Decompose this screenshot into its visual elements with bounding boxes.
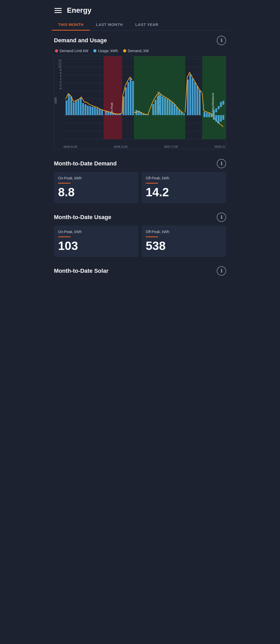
legend-demand-limit: Demand Limit kW <box>55 49 88 53</box>
demand-on-peak-bar <box>58 183 71 184</box>
svg-rect-72 <box>189 74 191 115</box>
header: Energy <box>49 0 231 19</box>
demand-usage-info-button[interactable]: ℹ <box>217 36 226 45</box>
usage-on-peak-card: On-Peak, kWh 103 <box>54 226 138 257</box>
svg-rect-70 <box>183 113 185 115</box>
svg-rect-65 <box>171 102 173 115</box>
legend-label-demand-limit: Demand Limit kW <box>60 49 88 53</box>
legend-dot-usage <box>93 49 96 52</box>
tab-this-month[interactable]: THIS MONTH <box>52 19 90 30</box>
mtd-solar-header: Month-to-Date Solar ℹ <box>54 266 226 276</box>
demand-off-peak-value: 14.2 <box>146 186 222 198</box>
usage-on-peak-label: On-Peak, kWh <box>58 230 134 234</box>
y-tick-12: 12 <box>55 62 61 65</box>
x-tick-2: 05/06 21:00 <box>114 145 128 148</box>
y-tick-neg2: -2 <box>55 84 61 87</box>
x-tick-3: 05/07 17:00 <box>164 145 178 148</box>
mtd-usage-title: Month-to-Date Usage <box>54 214 111 221</box>
x-axis: 05/06 01:00 05/06 21:00 05/07 17:00 05/0… <box>63 144 226 149</box>
svg-rect-63 <box>166 99 168 115</box>
y-tick-14: 14 <box>55 59 61 62</box>
svg-rect-74 <box>194 82 196 115</box>
svg-rect-67 <box>176 107 178 115</box>
svg-rect-45 <box>119 114 121 115</box>
svg-rect-89 <box>220 115 222 122</box>
svg-rect-26 <box>73 102 74 115</box>
demand-usage-header: Demand and Usage ℹ <box>54 36 226 45</box>
svg-rect-66 <box>173 104 175 115</box>
svg-rect-32 <box>87 106 89 115</box>
svg-rect-23 <box>66 100 67 115</box>
y-tick-10: 10 <box>55 65 61 68</box>
y-tick-neg4: -4 <box>55 87 61 90</box>
mtd-solar-section: Month-to-Date Solar ℹ <box>49 261 231 282</box>
tab-last-month[interactable]: LAST MONTH <box>90 19 129 30</box>
chart-svg-wrapper: On-Peak Holiday/Weekend Holiday/Weekend <box>63 56 226 144</box>
svg-rect-38 <box>101 110 103 115</box>
svg-rect-68 <box>178 110 180 115</box>
y-tick-6: 6 <box>55 71 61 74</box>
y-axis: 14 12 10 8 6 4 2 0 -2 -4 <box>54 56 63 97</box>
x-tick-4: 05/08 13: <box>214 145 225 148</box>
svg-rect-83 <box>218 106 220 109</box>
usage-off-peak-value: 538 <box>146 240 222 252</box>
svg-rect-17 <box>104 56 122 139</box>
mtd-usage-info-button[interactable]: ℹ <box>217 213 226 222</box>
mtd-demand-title: Month-to-Date Demand <box>54 160 117 167</box>
y-tick-4: 4 <box>55 74 61 78</box>
svg-rect-90 <box>222 115 224 120</box>
mtd-demand-header: Month-to-Date Demand ℹ <box>54 159 226 168</box>
mtd-usage-header: Month-to-Date Usage ℹ <box>54 213 226 222</box>
svg-rect-82 <box>215 108 217 112</box>
svg-rect-29 <box>80 98 82 115</box>
y-axis-label: kWh <box>54 97 58 103</box>
legend-dot-demand-limit <box>55 49 58 52</box>
svg-rect-86 <box>213 115 215 120</box>
svg-rect-76 <box>199 90 201 115</box>
legend-usage: Usage, kWh <box>93 49 118 53</box>
tab-last-year[interactable]: LAST YEAR <box>129 19 165 30</box>
svg-rect-30 <box>82 103 84 115</box>
svg-rect-64 <box>169 100 171 115</box>
demand-off-peak-label: Off-Peak, kWh <box>146 176 222 180</box>
svg-rect-31 <box>85 104 86 115</box>
svg-rect-33 <box>89 106 91 115</box>
svg-rect-88 <box>218 115 220 123</box>
hamburger-line-2 <box>54 10 62 11</box>
tabs-bar: THIS MONTH LAST MONTH LAST YEAR <box>49 19 231 31</box>
svg-rect-58 <box>155 100 157 115</box>
demand-usage-chart: kWh 14 12 10 8 6 4 2 0 -2 -4 <box>54 56 226 149</box>
svg-rect-78 <box>206 113 208 117</box>
legend-dot-demand <box>123 49 126 52</box>
demand-off-peak-bar <box>146 183 158 184</box>
svg-rect-71 <box>187 80 189 115</box>
svg-rect-47 <box>125 87 127 115</box>
svg-rect-61 <box>162 96 164 115</box>
chart-svg: On-Peak Holiday/Weekend Holiday/Weekend <box>63 56 226 144</box>
hamburger-line-3 <box>54 12 62 13</box>
legend-demand: Demand, kW <box>123 49 149 53</box>
chart-area: kWh 14 12 10 8 6 4 2 0 -2 -4 <box>54 56 226 144</box>
x-tick-1: 05/06 01:00 <box>64 145 77 148</box>
usage-on-peak-value: 103 <box>58 240 134 252</box>
svg-rect-34 <box>92 107 93 115</box>
svg-rect-59 <box>157 96 159 115</box>
svg-rect-77 <box>204 112 205 117</box>
demand-usage-section: Demand and Usage ℹ Demand Limit kW Usage… <box>49 31 231 154</box>
demand-on-peak-label: On-Peak, kWh <box>58 176 134 180</box>
legend-label-demand: Demand, kW <box>128 49 149 53</box>
y-tick-0: 0 <box>55 81 61 84</box>
mtd-solar-title: Month-to-Date Solar <box>54 268 108 274</box>
svg-rect-35 <box>94 107 96 115</box>
mtd-usage-cards: On-Peak, kWh 103 Off-Peak, kWh 538 <box>54 226 226 257</box>
demand-on-peak-value: 8.8 <box>58 186 134 198</box>
demand-usage-title: Demand and Usage <box>54 37 107 44</box>
mtd-solar-info-button[interactable]: ℹ <box>217 266 226 276</box>
mtd-demand-info-button[interactable]: ℹ <box>217 159 226 168</box>
svg-rect-73 <box>192 78 193 115</box>
legend-label-usage: Usage, kWh <box>98 49 118 53</box>
y-tick-8: 8 <box>55 68 61 71</box>
svg-rect-24 <box>68 94 70 115</box>
menu-button[interactable] <box>54 8 62 13</box>
svg-rect-27 <box>75 101 77 115</box>
